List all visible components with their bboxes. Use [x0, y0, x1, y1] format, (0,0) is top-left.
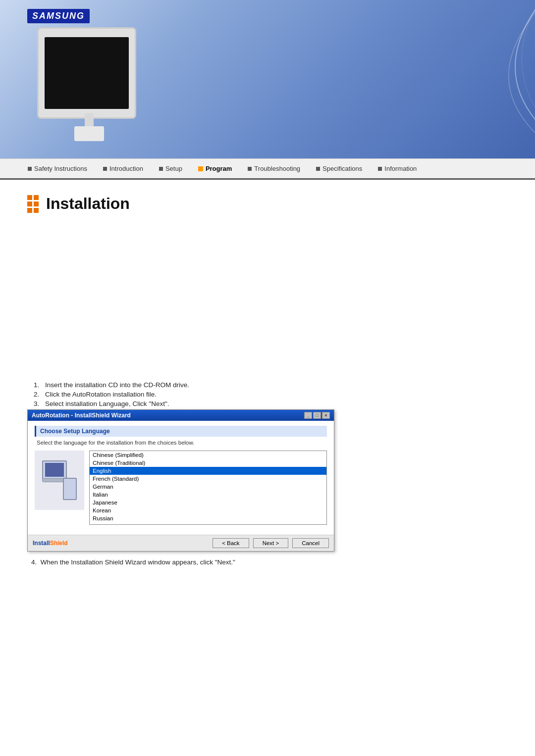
- nav-bar: Safety Instructions Introduction Setup P…: [0, 158, 535, 180]
- monitor-body: [37, 27, 136, 119]
- dot5: [27, 208, 32, 213]
- dialog-close-button[interactable]: ×: [322, 412, 330, 419]
- nav-label-setup: Setup: [165, 165, 182, 172]
- language-item-4[interactable]: German: [90, 483, 326, 491]
- nav-bullet-troubleshooting: [248, 167, 252, 171]
- dialog-footer: InstallShield < Back Next > Cancel: [28, 535, 334, 551]
- dot6: [34, 208, 39, 213]
- step-2: Click the AutoRotation installation file…: [41, 391, 508, 398]
- cancel-button[interactable]: Cancel: [292, 538, 329, 548]
- comp-monitor: [42, 460, 67, 479]
- nav-bullet-program: [198, 166, 203, 171]
- dialog-buttons: < Back Next > Cancel: [213, 538, 329, 548]
- nav-label-troubleshooting: Troubleshooting: [254, 165, 300, 172]
- monitor-stand: [74, 126, 104, 141]
- step-4: 4. When the Installation Shield Wizard w…: [27, 558, 508, 566]
- monitor-stand-pole: [85, 113, 94, 127]
- back-button[interactable]: < Back: [213, 538, 249, 548]
- main-content: Installation Insert the installation CD …: [0, 180, 535, 594]
- page-title: Installation: [46, 195, 130, 213]
- dialog-instruction: Select the language for the installation…: [35, 440, 327, 446]
- nav-label-program: Program: [206, 165, 232, 172]
- nav-item-safety[interactable]: Safety Instructions: [20, 163, 95, 174]
- steps-area: Insert the installation CD into the CD-R…: [27, 381, 508, 566]
- nav-item-program[interactable]: Program: [190, 163, 240, 174]
- dialog-title: AutoRotation - InstallShield Wizard: [32, 412, 131, 419]
- language-item-5[interactable]: Italian: [90, 491, 326, 499]
- language-item-3[interactable]: French (Standard): [90, 475, 326, 483]
- nav-label-information: Information: [384, 165, 417, 172]
- dialog-image-area: [35, 451, 84, 510]
- nav-bullet-introduction: [103, 167, 107, 171]
- banner-decoration: [188, 0, 535, 158]
- page-title-area: Installation: [27, 195, 508, 213]
- dot2: [34, 195, 39, 200]
- header-banner: SAMSUNG: [0, 0, 535, 158]
- dialog-content-area: Chinese (Simplified)Chinese (Traditional…: [35, 451, 327, 525]
- dialog-body: Choose Setup Language Select the languag…: [28, 421, 334, 535]
- nav-label-safety: Safety Instructions: [34, 165, 87, 172]
- language-listbox[interactable]: Chinese (Simplified)Chinese (Traditional…: [89, 451, 327, 525]
- nav-label-introduction: Introduction: [109, 165, 143, 172]
- monitor-screen: [45, 37, 129, 109]
- nav-label-specifications: Specifications: [322, 165, 362, 172]
- step4-text: When the Installation Shield Wizard wind…: [41, 558, 235, 566]
- installshield-accent: Shield: [50, 540, 68, 547]
- next-button[interactable]: Next >: [253, 538, 289, 548]
- swirl-svg: [188, 0, 535, 158]
- language-item-0[interactable]: Chinese (Simplified): [90, 451, 326, 459]
- language-item-9[interactable]: Spanish: [90, 522, 326, 525]
- dot1: [27, 195, 32, 200]
- nav-item-troubleshooting[interactable]: Troubleshooting: [240, 163, 308, 174]
- language-item-7[interactable]: Korean: [90, 506, 326, 514]
- comp-tower: [63, 478, 77, 500]
- dots-icon: [27, 195, 40, 213]
- samsung-logo: SAMSUNG: [27, 9, 90, 23]
- nav-bullet-setup: [159, 167, 163, 171]
- installshield-logo: InstallShield: [33, 540, 68, 547]
- installshield-dialog: AutoRotation - InstallShield Wizard _ □ …: [27, 409, 334, 552]
- nav-item-information[interactable]: Information: [370, 163, 425, 174]
- comp-screen: [45, 463, 64, 477]
- nav-bullet-safety: [28, 167, 32, 171]
- dialog-minimize-button[interactable]: _: [304, 412, 312, 419]
- dot4: [34, 202, 39, 206]
- installshield-text: Install: [33, 540, 50, 547]
- dialog-titlebar-controls: _ □ ×: [304, 412, 330, 419]
- monitor-illustration: [27, 27, 151, 141]
- step-1: Insert the installation CD into the CD-R…: [41, 381, 508, 389]
- nav-bullet-information: [378, 167, 382, 171]
- language-item-6[interactable]: Japanese: [90, 499, 326, 506]
- nav-item-introduction[interactable]: Introduction: [95, 163, 151, 174]
- language-item-1[interactable]: Chinese (Traditional): [90, 459, 326, 467]
- dialog-list-container: Chinese (Simplified)Chinese (Traditional…: [89, 451, 327, 525]
- step-3: Select installation Language, Click "Nex…: [41, 400, 508, 407]
- dialog-section-title: Choose Setup Language: [35, 426, 327, 437]
- language-item-2[interactable]: English: [90, 467, 326, 475]
- nav-item-specifications[interactable]: Specifications: [308, 163, 370, 174]
- dialog-titlebar: AutoRotation - InstallShield Wizard _ □ …: [28, 410, 334, 421]
- language-item-8[interactable]: Russian: [90, 514, 326, 522]
- nav-item-setup[interactable]: Setup: [151, 163, 190, 174]
- dialog-maximize-button[interactable]: □: [313, 412, 321, 419]
- dot3: [27, 202, 32, 206]
- nav-bullet-specifications: [316, 167, 320, 171]
- steps-list: Insert the installation CD into the CD-R…: [41, 381, 508, 407]
- computer-icon: [42, 460, 77, 500]
